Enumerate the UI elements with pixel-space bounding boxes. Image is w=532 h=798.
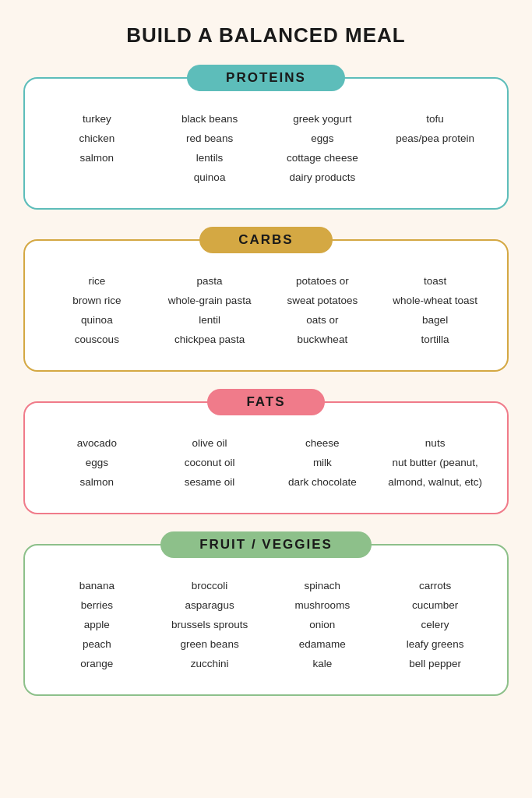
- proteins-col-2-text: greek yogurteggscottage cheesedairy prod…: [287, 110, 358, 188]
- section-carbs: CARBSricebrown ricequinoacouscouspastawh…: [23, 227, 509, 372]
- proteins-col-1-text: black beansred beanslentilsquinoa: [181, 110, 238, 188]
- proteins-label: PROTEINS: [187, 65, 345, 91]
- proteins-col-3-text: tofupeas/pea protein: [396, 110, 474, 149]
- carbs-box: ricebrown ricequinoacouscouspastawhole-g…: [23, 239, 509, 372]
- fats-col-3-text: nutsnut butter (peanut,almond, walnut, e…: [388, 434, 482, 493]
- carbs-col-1: pastawhole-grain pastalentilchickpea pas…: [153, 264, 266, 355]
- veggies-col-1-text: broccoliasparagusbrussels sproutsgreen b…: [171, 577, 248, 674]
- page-title: BUILD A BALANCED MEAL: [126, 23, 406, 48]
- proteins-box: turkeychickensalmonblack beansred beansl…: [23, 77, 509, 210]
- proteins-col-2: greek yogurteggscottage cheesedairy prod…: [266, 102, 379, 192]
- proteins-col-3: tofupeas/pea protein: [379, 102, 491, 154]
- fats-box: avocadoeggssalmonolive oilcoconut oilses…: [23, 401, 509, 514]
- section-fats: FATSavocadoeggssalmonolive oilcoconut oi…: [23, 389, 509, 514]
- carbs-col-0-text: ricebrown ricequinoacouscous: [72, 272, 121, 350]
- fats-col-2: cheesemilkdark chocolate: [266, 426, 379, 497]
- section-veggies: FRUIT / VEGGIESbananaberriesapplepeachor…: [23, 531, 509, 696]
- fats-col-1-text: olive oilcoconut oilsesame oil: [185, 434, 235, 493]
- proteins-col-0-text: turkeychickensalmon: [79, 110, 115, 168]
- carbs-col-3: toastwhole-wheat toastbageltortilla: [379, 264, 491, 355]
- veggies-label: FRUIT / VEGGIES: [160, 531, 372, 558]
- proteins-col-0: turkeychickensalmon: [41, 102, 153, 173]
- fats-col-0: avocadoeggssalmon: [41, 426, 153, 497]
- fats-col-1: olive oilcoconut oilsesame oil: [153, 426, 266, 497]
- carbs-col-2: potatoes orsweat potatoesoats orbuckwhea…: [266, 264, 379, 355]
- veggies-box: bananaberriesapplepeachorangebroccoliasp…: [23, 544, 509, 696]
- fats-col-3: nutsnut butter (peanut,almond, walnut, e…: [379, 426, 491, 497]
- veggies-col-0: bananaberriesapplepeachorange: [41, 569, 153, 679]
- veggies-col-1: broccoliasparagusbrussels sproutsgreen b…: [153, 569, 266, 679]
- proteins-col-1: black beansred beanslentilsquinoa: [153, 102, 266, 192]
- carbs-col-1-text: pastawhole-grain pastalentilchickpea pas…: [168, 272, 252, 350]
- carbs-col-2-text: potatoes orsweat potatoesoats orbuckwhea…: [287, 272, 358, 350]
- carbs-col-0: ricebrown ricequinoacouscous: [41, 264, 153, 355]
- carbs-col-3-text: toastwhole-wheat toastbageltortilla: [393, 272, 477, 350]
- veggies-col-2-text: spinachmushroomsonionedamamekale: [295, 577, 351, 674]
- veggies-col-3: carrotscucumberceleryleafy greensbell pe…: [379, 569, 491, 679]
- veggies-col-3-text: carrotscucumberceleryleafy greensbell pe…: [407, 577, 464, 674]
- fats-label: FATS: [207, 389, 324, 415]
- fats-col-0-text: avocadoeggssalmon: [77, 434, 117, 493]
- veggies-col-0-text: bananaberriesapplepeachorange: [79, 577, 115, 674]
- section-proteins: PROTEINSturkeychickensalmonblack beansre…: [23, 65, 509, 210]
- fats-col-2-text: cheesemilkdark chocolate: [288, 434, 357, 493]
- carbs-label: CARBS: [199, 227, 332, 253]
- veggies-col-2: spinachmushroomsonionedamamekale: [266, 569, 379, 679]
